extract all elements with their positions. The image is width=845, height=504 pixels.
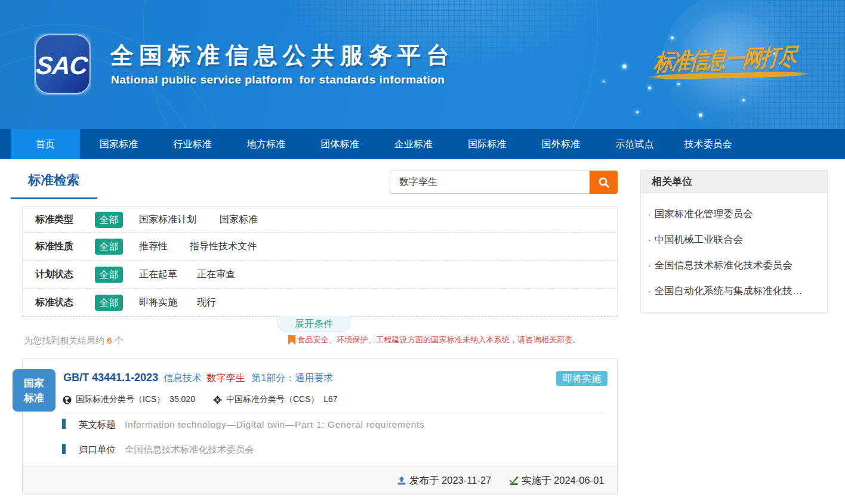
svg-text:SAC: SAC <box>35 51 90 79</box>
